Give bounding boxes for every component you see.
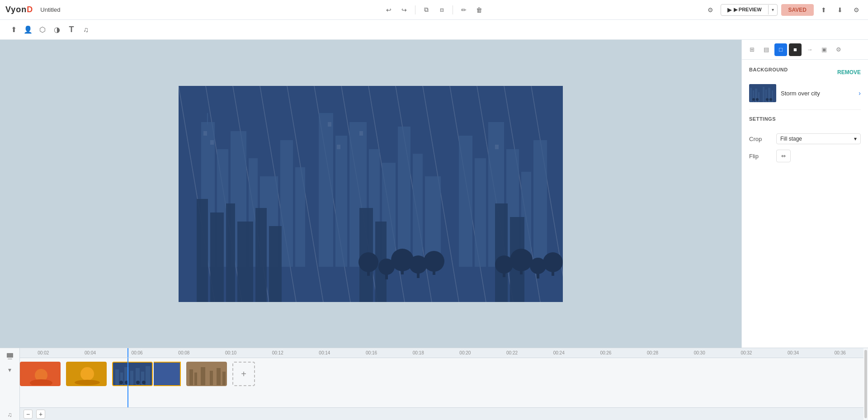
svg-rect-39 bbox=[237, 222, 253, 302]
trash-button[interactable]: 🗑 bbox=[473, 4, 486, 16]
svg-rect-23 bbox=[335, 136, 347, 267]
preview-dropdown-button[interactable]: ▾ bbox=[768, 5, 777, 14]
music-tool[interactable]: ♫ bbox=[80, 24, 92, 36]
svg-point-103 bbox=[142, 381, 146, 384]
background-label: BACKGROUND bbox=[749, 67, 788, 72]
scene-1-clip[interactable]: 1 bbox=[20, 362, 61, 386]
brush-button[interactable]: ✏ bbox=[458, 4, 470, 16]
panel-icon4[interactable]: ■ bbox=[789, 43, 802, 56]
audio-track-row bbox=[20, 387, 863, 401]
tools-bar: ⬆ 👤 ⬡ ◑ T ♫ bbox=[0, 20, 868, 40]
background-thumbnail bbox=[749, 84, 776, 102]
svg-rect-107 bbox=[201, 367, 205, 385]
svg-rect-93 bbox=[115, 369, 119, 385]
svg-rect-105 bbox=[189, 369, 193, 385]
zoom-in-button[interactable]: + bbox=[36, 410, 45, 419]
svg-rect-47 bbox=[367, 262, 370, 276]
crop-label: Crop bbox=[749, 136, 776, 142]
ruler-mark-4: 00:10 bbox=[208, 350, 255, 355]
background-chevron-icon[interactable]: › bbox=[859, 90, 861, 97]
background-section-header: BACKGROUND REMOVE bbox=[749, 67, 861, 78]
add-scene-button[interactable]: + bbox=[232, 362, 255, 386]
crop-dropdown-icon: ▾ bbox=[854, 136, 857, 142]
ruler-mark-17: 00:36 bbox=[816, 350, 863, 355]
download-button[interactable]: ⬇ bbox=[834, 4, 846, 16]
panel-icon1[interactable]: ⊞ bbox=[745, 43, 758, 56]
ruler-mark-11: 00:24 bbox=[535, 350, 582, 355]
svg-point-81 bbox=[756, 98, 759, 101]
svg-rect-28 bbox=[413, 154, 423, 267]
paste-button[interactable]: ⧈ bbox=[435, 4, 448, 16]
timeline: ▾ ♫ 00:02 00:04 00:06 00:08 00:10 00:12 … bbox=[0, 348, 868, 420]
right-panel-content: BACKGROUND REMOVE bbox=[742, 60, 868, 348]
more-settings-button[interactable]: ⚙ bbox=[850, 4, 863, 16]
zoom-out-button[interactable]: − bbox=[24, 410, 33, 419]
ruler-mark-7: 00:16 bbox=[348, 350, 395, 355]
remove-button[interactable]: REMOVE bbox=[837, 69, 861, 76]
svg-rect-51 bbox=[401, 260, 404, 274]
svg-rect-76 bbox=[763, 87, 764, 102]
audio-icon[interactable]: ♫ bbox=[7, 411, 12, 418]
ruler-mark-12: 00:26 bbox=[582, 350, 629, 355]
scene-3-extension bbox=[154, 362, 181, 386]
svg-rect-22 bbox=[319, 113, 333, 267]
scene-3-clip[interactable]: 3 bbox=[112, 362, 153, 386]
copy-button[interactable]: ⧉ bbox=[420, 4, 433, 16]
ruler-mark-14: 00:30 bbox=[676, 350, 723, 355]
divider2 bbox=[453, 5, 453, 14]
panel-icon5[interactable]: → bbox=[803, 43, 816, 56]
prop-tool[interactable]: ⬡ bbox=[36, 24, 49, 36]
track-row-1: 1 2 bbox=[20, 361, 863, 387]
svg-rect-84 bbox=[7, 353, 13, 358]
undo-button[interactable]: ↩ bbox=[382, 4, 395, 16]
flip-icon: ⇔ bbox=[781, 153, 786, 159]
chart-tool[interactable]: ◑ bbox=[51, 24, 63, 36]
ruler-mark-5: 00:12 bbox=[254, 350, 301, 355]
scene-4-clip[interactable]: 4 bbox=[186, 362, 227, 386]
background-name: Storm over city bbox=[781, 90, 854, 97]
svg-point-91 bbox=[75, 380, 100, 385]
scene-2-clip[interactable]: 2 bbox=[66, 362, 107, 386]
svg-point-90 bbox=[80, 367, 94, 381]
flip-button[interactable]: ⇔ bbox=[776, 150, 791, 162]
svg-rect-110 bbox=[222, 372, 226, 385]
logo: VyonD bbox=[5, 5, 33, 14]
svg-rect-41 bbox=[269, 226, 282, 302]
ruler-mark-1: 00:04 bbox=[67, 350, 114, 355]
top-bar-center: ↩ ↪ ⧉ ⧈ ✏ 🗑 bbox=[382, 4, 486, 16]
crop-select[interactable]: Fill stage ▾ bbox=[776, 133, 861, 144]
crop-row: Crop Fill stage ▾ bbox=[749, 133, 861, 144]
svg-point-82 bbox=[766, 98, 769, 101]
saved-button[interactable]: SAVED bbox=[781, 4, 814, 16]
panel-icon7[interactable]: ⚙ bbox=[832, 43, 845, 56]
ruler-mark-10: 00:22 bbox=[489, 350, 536, 355]
expand-icon[interactable]: ▾ bbox=[8, 366, 11, 373]
main-content: ⊞ ▤ □ ■ → ▣ ⚙ BACKGROUND REMOVE bbox=[0, 40, 868, 348]
background-item[interactable]: Storm over city › bbox=[749, 84, 861, 102]
divider bbox=[415, 5, 415, 14]
share-button[interactable]: ⬆ bbox=[817, 4, 830, 16]
svg-rect-64 bbox=[207, 113, 208, 124]
panel-icon6[interactable]: ▣ bbox=[818, 43, 830, 56]
ruler-mark-16: 00:34 bbox=[770, 350, 817, 355]
redo-button[interactable]: ↪ bbox=[398, 4, 410, 16]
scenes-icon[interactable] bbox=[4, 350, 16, 363]
svg-rect-40 bbox=[255, 208, 267, 302]
svg-point-101 bbox=[125, 381, 128, 384]
top-bar: VyonD Untitled ↩ ↪ ⧉ ⧈ ✏ 🗑 ⚙ ▶ ▶ PREVIEW… bbox=[0, 0, 868, 20]
timeline-left: ▾ ♫ bbox=[0, 348, 20, 420]
timeline-bottom-bar: − + bbox=[20, 407, 863, 420]
panel-icon2[interactable]: ▤ bbox=[760, 43, 773, 56]
upload-tool[interactable]: ⬆ bbox=[7, 24, 20, 36]
text-tool[interactable]: T bbox=[65, 24, 78, 36]
ruler-mark-15: 00:32 bbox=[723, 350, 770, 355]
top-bar-right: ⚙ ▶ ▶ PREVIEW ▾ SAVED ⬆ ⬇ ⚙ bbox=[704, 4, 863, 16]
svg-rect-38 bbox=[226, 203, 235, 302]
svg-rect-37 bbox=[210, 212, 224, 302]
svg-rect-35 bbox=[533, 140, 547, 267]
settings-button[interactable]: ⚙ bbox=[704, 4, 717, 16]
character-tool[interactable]: 👤 bbox=[22, 24, 34, 36]
timeline-scrollbar[interactable] bbox=[864, 350, 867, 418]
panel-icon3[interactable]: □ bbox=[774, 43, 787, 56]
preview-main-button[interactable]: ▶ ▶ PREVIEW bbox=[721, 5, 768, 15]
